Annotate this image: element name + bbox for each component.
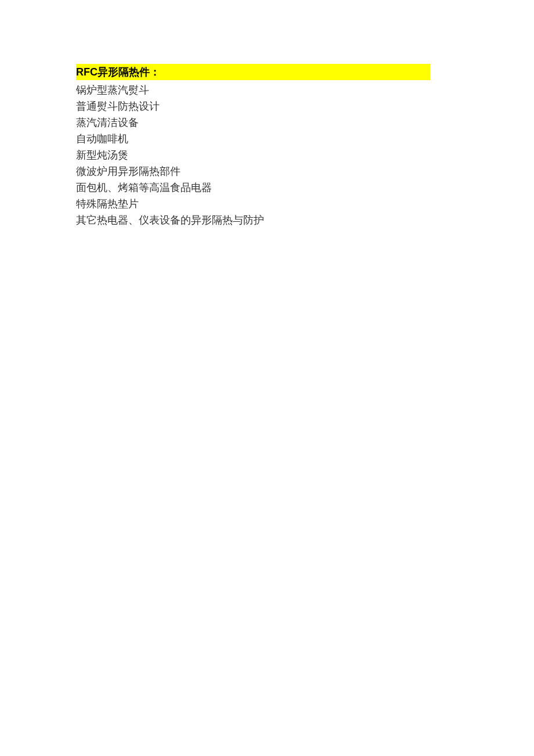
list-item: 蒸汽清洁设备: [76, 114, 534, 131]
list-item: 微波炉用异形隔热部件: [76, 163, 534, 179]
list-item: 面包机、烤箱等高温食品电器: [76, 179, 534, 196]
list-item: 自动咖啡机: [76, 131, 534, 147]
item-list: 锅炉型蒸汽熨斗 普通熨斗防热设计 蒸汽清洁设备 自动咖啡机 新型炖汤煲 微波炉用…: [76, 82, 534, 228]
section-heading: RFC异形隔热件：: [76, 64, 430, 80]
list-item: 普通熨斗防热设计: [76, 98, 534, 114]
list-item: 锅炉型蒸汽熨斗: [76, 82, 534, 98]
list-item: 其它热电器、仪表设备的异形隔热与防护: [76, 212, 534, 228]
list-item: 新型炖汤煲: [76, 147, 534, 163]
list-item: 特殊隔热垫片: [76, 196, 534, 212]
